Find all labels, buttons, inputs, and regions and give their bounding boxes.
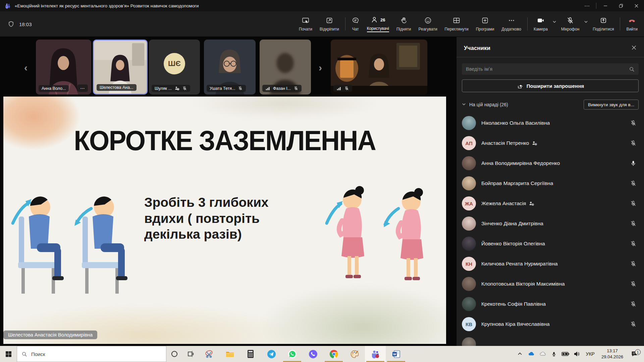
- mic-muted-icon: [630, 240, 637, 247]
- button-label: Переглянути: [445, 27, 469, 32]
- participants-button[interactable]: 26 Користувачі: [363, 11, 393, 37]
- leave-button[interactable]: Вийти: [623, 11, 641, 37]
- taskbar-app-paint[interactable]: [344, 346, 365, 362]
- participant-mic-on[interactable]: [630, 160, 637, 167]
- chevron-left-icon: ‹: [24, 62, 28, 73]
- participant-name: Зінченко Діана Дмитрівна: [481, 221, 543, 227]
- svg-text:?: ?: [535, 143, 537, 145]
- chat-button[interactable]: Чат: [348, 11, 363, 37]
- section-collapse-chevron[interactable]: [462, 102, 466, 108]
- mic-muted-icon: [630, 180, 637, 187]
- participant-name: Анастасія Петренко: [481, 140, 529, 146]
- taskbar-app-chrome[interactable]: [323, 346, 344, 362]
- tile-more-icon[interactable]: ⋯: [77, 84, 88, 92]
- participant-mic-muted[interactable]: [630, 220, 637, 227]
- slide-body-text: Зробіть 3 глибоких вдихи ( повторіть дек…: [144, 194, 292, 242]
- restore-button[interactable]: [613, 0, 629, 11]
- guest-badge-icon: ?: [532, 140, 537, 146]
- panel-close-button[interactable]: [631, 45, 637, 52]
- taskbar-app-teams[interactable]: [365, 346, 386, 362]
- taskbar-app-calculator[interactable]: [240, 346, 261, 362]
- participant-mic-muted[interactable]: [630, 140, 637, 146]
- window-title: «Емоційний інтелект як ресурс ментальног…: [15, 3, 199, 8]
- react-button[interactable]: Реагувати: [415, 11, 441, 37]
- participant-mic-muted[interactable]: [630, 180, 637, 187]
- cortana-button[interactable]: [166, 346, 182, 362]
- participant-mic-muted[interactable]: [630, 281, 637, 287]
- participant-search[interactable]: [462, 63, 639, 75]
- strip-next-button[interactable]: ›: [316, 60, 325, 75]
- unpin-button[interactable]: Відкріпити: [316, 11, 343, 37]
- task-view-icon: [187, 350, 194, 358]
- action-center-button[interactable]: 1: [627, 351, 642, 357]
- taskbar-app-whatsapp[interactable]: [282, 346, 303, 362]
- participant-row[interactable]: Крекотень Софія Павлівна: [457, 294, 644, 314]
- participant-mic-muted[interactable]: [630, 200, 637, 207]
- volume-icon[interactable]: [571, 351, 583, 357]
- video-tile-presenter-room[interactable]: [331, 40, 427, 95]
- tray-expand-chevron[interactable]: [514, 351, 526, 357]
- onedrive-icon[interactable]: [526, 350, 537, 358]
- taskbar-app-word[interactable]: W: [386, 346, 407, 362]
- participant-row[interactable]: Йовенко Вікторія Олегівна: [457, 234, 644, 254]
- initials-avatar: ШЄ: [164, 53, 185, 74]
- view-button[interactable]: Переглянути: [441, 11, 472, 37]
- participant-row[interactable]: Ніколаєнко Ольга Василівна: [457, 113, 644, 133]
- mute-all-button[interactable]: Вимкнути звук для в...: [584, 100, 639, 110]
- video-tile-shulyak[interactable]: ШЄ Шуляк ... ?: [149, 40, 200, 95]
- chevron-right-icon: ›: [319, 62, 322, 73]
- raise-hand-button[interactable]: Підняти: [393, 11, 415, 37]
- share-tray-icon: [599, 16, 607, 24]
- share-invite-button[interactable]: Поширити запрошення: [462, 79, 639, 92]
- participant-mic-muted[interactable]: [630, 260, 637, 267]
- participant-mic-muted[interactable]: [630, 240, 637, 247]
- taskbar-app-telegram[interactable]: [261, 346, 282, 362]
- task-view-button[interactable]: [182, 346, 199, 362]
- calculator-icon: [247, 350, 255, 358]
- mic-muted-icon: [630, 200, 637, 207]
- participant-row[interactable]: КВКрупнова Кіра Вячеславівна: [457, 314, 644, 334]
- battery-icon[interactable]: [560, 351, 571, 357]
- participant-row-partial: [457, 334, 644, 346]
- participant-mic-muted[interactable]: [630, 120, 637, 126]
- initials-avatar: КН: [462, 257, 476, 271]
- button-label: Поділитися: [593, 27, 614, 32]
- video-tile-fazan[interactable]: Фазан І...: [260, 40, 311, 95]
- video-tile-anna[interactable]: Анна Воло... ⋯: [36, 40, 91, 95]
- apps-button[interactable]: Програми: [472, 11, 498, 37]
- participant-row[interactable]: Клопотовська Вікторія Максимівна: [457, 274, 644, 294]
- taskbar-search[interactable]: [17, 346, 166, 362]
- participant-mic-muted[interactable]: [630, 321, 637, 327]
- mic-button[interactable]: Мікрофон: [557, 11, 583, 37]
- participant-mic-muted[interactable]: [630, 301, 637, 307]
- participant-row[interactable]: Бойправ Маргарита Сергіївна: [457, 173, 644, 193]
- mic-options-chevron[interactable]: [583, 7, 589, 37]
- teams-logo-icon: T: [5, 3, 11, 9]
- participant-search-input[interactable]: [466, 66, 629, 72]
- share-button[interactable]: Поділитися: [589, 11, 618, 37]
- share-start-button[interactable]: Почати: [295, 11, 316, 37]
- more-actions-button[interactable]: Додатково: [498, 11, 525, 37]
- video-tile-shelestova-active[interactable]: Шелестова Ана...: [93, 40, 148, 95]
- participant-row[interactable]: ЖАЖежела Анастасія?: [457, 193, 644, 214]
- close-button[interactable]: [629, 0, 644, 11]
- participant-row[interactable]: Зінченко Діана Дмитрівна: [457, 214, 644, 234]
- video-tile-ushata[interactable]: Ушата Тетя...: [204, 40, 256, 95]
- strip-prev-button[interactable]: ‹: [21, 60, 30, 75]
- taskbar-app-snipping-tool[interactable]: [199, 346, 219, 362]
- minimize-button[interactable]: [598, 0, 613, 11]
- participant-row[interactable]: АПАнастасія Петренко?: [457, 133, 644, 153]
- taskbar-app-file-explorer[interactable]: [219, 346, 240, 362]
- taskbar-app-viber[interactable]: [303, 346, 323, 362]
- taskbar-search-input[interactable]: [31, 351, 162, 357]
- camera-options-chevron[interactable]: [551, 7, 557, 37]
- participant-row[interactable]: Анна Володимирівна Федоренко: [457, 153, 644, 173]
- camera-button[interactable]: Камера: [530, 11, 551, 37]
- participant-row[interactable]: КНКиличова Рената Нурмиратівна: [457, 254, 644, 274]
- participants-panel: Учасники Поширити запрошення На цій нара…: [456, 37, 644, 346]
- cloud-sync-icon[interactable]: [537, 350, 548, 358]
- taskbar-clock[interactable]: 13:17 29.04.2026: [598, 348, 627, 360]
- language-indicator[interactable]: УКР: [583, 351, 598, 357]
- tray-mic-icon[interactable]: [548, 351, 560, 357]
- start-button[interactable]: [0, 346, 17, 362]
